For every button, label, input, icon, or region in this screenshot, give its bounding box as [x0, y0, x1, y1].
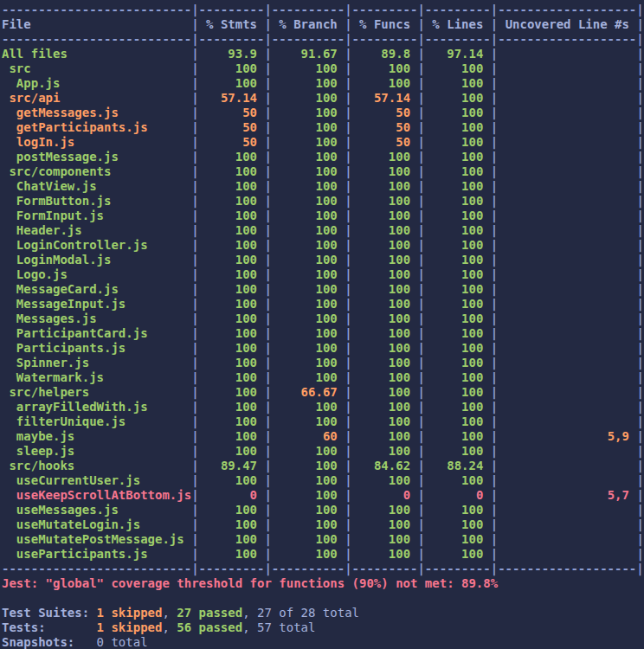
column-separator: | — [191, 106, 198, 119]
cell-funcs: 100 — [352, 547, 418, 561]
border-dashes: --------------------------|---------|---… — [2, 3, 644, 16]
column-separator: | — [636, 282, 643, 296]
cell-file: useCurrentUser.js — [2, 473, 191, 487]
column-separator: | — [636, 106, 643, 119]
cell-file: getMessages.js — [2, 106, 191, 119]
cell-uncovered — [498, 547, 636, 561]
column-separator: | — [191, 341, 198, 355]
column-separator: | — [636, 414, 643, 428]
column-header-uncovered-line-s: Uncovered Line #s — [498, 17, 636, 31]
cell-funcs: 100 — [352, 150, 418, 164]
table-row: MessageCard.js | 100 | 100 | 100 | 100 |… — [2, 282, 644, 297]
column-separator: | — [417, 473, 424, 487]
column-separator: | — [264, 297, 271, 311]
cell-funcs: 100 — [352, 517, 418, 531]
cell-funcs: 50 — [352, 106, 418, 119]
column-separator: | — [636, 341, 643, 355]
column-separator: | — [417, 179, 424, 193]
column-separator: | — [345, 47, 351, 61]
cell-stmts: 57.14 — [199, 91, 265, 105]
column-separator: | — [491, 17, 498, 31]
cell-file: Messages.js — [2, 312, 191, 325]
column-separator: | — [636, 238, 643, 252]
cell-stmts: 100 — [199, 312, 265, 325]
cell-lines: 97.14 — [425, 47, 491, 61]
cell-stmts: 100 — [199, 282, 265, 296]
cell-uncovered — [498, 91, 636, 105]
column-separator: | — [191, 429, 198, 443]
cell-file: ChatView.js — [2, 179, 191, 193]
cell-stmts: 100 — [199, 326, 265, 340]
cell-file: FormInput.js — [2, 209, 191, 222]
cell-branch: 60 — [272, 429, 345, 443]
table-row: Spinner.js | 100 | 100 | 100 | 100 | | — [2, 356, 644, 370]
table-row: ChatView.js | 100 | 100 | 100 | 100 | | — [2, 179, 644, 194]
cell-funcs: 100 — [352, 473, 418, 487]
column-separator: | — [345, 76, 351, 90]
cell-uncovered — [498, 253, 636, 267]
cell-branch: 100 — [272, 120, 345, 134]
column-separator: | — [636, 356, 643, 369]
cell-uncovered — [498, 517, 636, 531]
column-separator: | — [191, 282, 198, 296]
column-separator: | — [636, 297, 643, 311]
border-dashes: --------------------------|---------|---… — [2, 32, 644, 46]
column-separator: | — [191, 209, 198, 222]
cell-stmts: 100 — [199, 223, 265, 237]
cell-uncovered: 5,9 — [498, 429, 636, 443]
column-separator: | — [491, 238, 498, 252]
cell-file: arrayFilledWith.js — [2, 400, 191, 414]
column-separator: | — [191, 532, 198, 546]
cell-lines: 100 — [425, 209, 491, 222]
cell-uncovered — [498, 532, 636, 546]
column-separator: | — [491, 532, 498, 546]
column-separator: | — [191, 326, 198, 340]
cell-file: useMutateLogin.js — [2, 517, 191, 531]
column-separator: | — [345, 385, 351, 399]
cell-uncovered — [498, 297, 636, 311]
cell-file: src/helpers — [2, 385, 191, 399]
cell-funcs: 100 — [352, 503, 418, 517]
coverage-table: --------------------------|---------|---… — [2, 3, 644, 576]
column-separator: | — [636, 488, 643, 502]
column-separator: | — [491, 282, 498, 296]
cell-lines: 100 — [425, 238, 491, 252]
cell-stmts: 100 — [199, 400, 265, 414]
column-separator: | — [491, 179, 498, 193]
cell-uncovered — [498, 76, 636, 90]
column-separator: | — [264, 517, 271, 531]
cell-uncovered — [498, 282, 636, 296]
count-total: , — [162, 620, 177, 634]
column-separator: | — [491, 76, 498, 90]
column-separator: | — [191, 120, 198, 134]
table-border: --------------------------|---------|---… — [2, 32, 644, 47]
column-separator: | — [191, 503, 198, 517]
column-separator: | — [345, 356, 351, 369]
column-separator: | — [636, 444, 643, 458]
column-separator: | — [264, 429, 271, 443]
table-row: useCurrentUser.js | 100 | 100 | 100 | 10… — [2, 473, 644, 488]
cell-stmts: 93.9 — [199, 47, 265, 61]
table-row: getParticipants.js | 50 | 100 | 50 | 100… — [2, 120, 644, 135]
cell-branch: 100 — [272, 164, 345, 178]
column-separator: | — [636, 532, 643, 546]
cell-funcs: 57.14 — [352, 91, 418, 105]
cell-file: App.js — [2, 76, 191, 90]
cell-stmts: 100 — [199, 532, 265, 546]
cell-stmts: 100 — [199, 547, 265, 561]
column-separator: | — [636, 326, 643, 340]
column-separator: | — [345, 444, 351, 458]
table-row: src/helpers | 100 | 66.67 | 100 | 100 | … — [2, 385, 644, 400]
cell-branch: 100 — [272, 341, 345, 355]
column-separator: | — [191, 356, 198, 369]
cell-stmts: 100 — [199, 341, 265, 355]
column-separator: | — [417, 414, 424, 428]
column-separator: | — [491, 267, 498, 281]
column-separator: | — [417, 223, 424, 237]
cell-file: LoginModal.js — [2, 253, 191, 267]
column-separator: | — [417, 488, 424, 502]
table-row: FormInput.js | 100 | 100 | 100 | 100 | | — [2, 209, 644, 223]
cell-lines: 100 — [425, 444, 491, 458]
cell-stmts: 100 — [199, 429, 265, 443]
cell-file: src/hooks — [2, 459, 191, 472]
